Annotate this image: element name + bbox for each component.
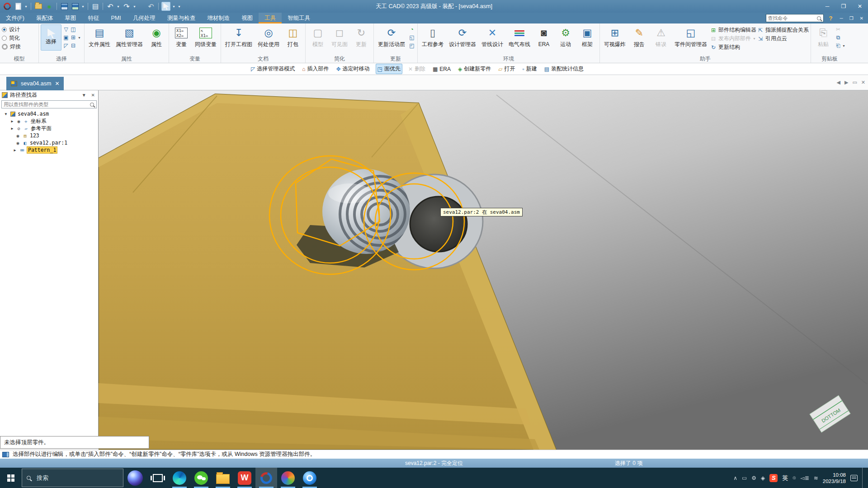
tab-scroll-right-icon[interactable]: ▶ <box>844 80 848 85</box>
taskbar-app-wps[interactable]: W <box>234 468 255 488</box>
menu-item-file[interactable]: 文件(F) <box>0 13 30 23</box>
assign-capture-mate-button[interactable]: ⇱ 指派捕捉配合关系 <box>757 26 809 34</box>
find-command-box[interactable] <box>766 14 824 22</box>
security-shield-icon[interactable]: ◈ <box>761 475 765 481</box>
undo-icon[interactable]: ↶ <box>106 2 115 11</box>
tab-close-icon[interactable]: ✕ <box>55 80 59 87</box>
move-on-select-button[interactable]: ✥ 选定时移动 <box>335 64 371 74</box>
taskbar-app-edge[interactable] <box>169 468 190 488</box>
help-icon[interactable]: ? <box>826 15 835 22</box>
undo-dropdown-icon[interactable]: ▼ <box>117 5 120 8</box>
menu-item-additive[interactable]: 增材制造 <box>201 13 236 23</box>
electrical-routing-button[interactable]: 电气布线 <box>506 24 533 47</box>
visible-eye-icon[interactable]: ◉ <box>15 141 20 145</box>
doc-minimize-icon[interactable]: ─ <box>838 16 845 21</box>
open-button[interactable]: ▱ 打开 <box>497 64 516 74</box>
taskbar-clock[interactable]: 10:08 2023/9/18 <box>823 472 846 484</box>
taskbar-app-cad[interactable] <box>255 468 277 488</box>
select-options-dropdown-icon[interactable]: ▼ <box>78 36 81 39</box>
pathfinder-search-box[interactable] <box>1 100 97 108</box>
menu-item-feature[interactable]: 特征 <box>82 13 105 23</box>
reference-point-cloud-button[interactable]: ⇲ 引用点云 <box>757 35 809 42</box>
motion-button[interactable]: ⚙ 运动 <box>555 24 576 47</box>
doc-restore-icon[interactable]: ❐ <box>848 16 855 21</box>
microphone-icon[interactable]: ⌾ <box>793 475 796 481</box>
tree-row-pattern[interactable]: ▶ ⊞⊞ Pattern_1 <box>0 146 98 154</box>
open-file-icon[interactable] <box>34 2 43 11</box>
pathfinder-close-icon[interactable]: ✕ <box>90 93 96 98</box>
speaker-icon[interactable]: ◅≣ <box>800 475 809 481</box>
update-option-2-icon[interactable]: ◱ <box>409 34 414 41</box>
tree-row-reference-planes[interactable]: ▶ ⊘ ▱ 参考平面 <box>0 125 98 132</box>
select-handle-icon[interactable]: ⊟ <box>71 42 75 49</box>
redo-icon[interactable]: ↷ <box>122 2 131 11</box>
taskbar-search-input[interactable] <box>37 474 104 481</box>
simplify-radio[interactable]: 简化 <box>2 34 20 42</box>
tree-row-sketch[interactable]: ◉ ▤ 123 <box>0 132 98 139</box>
widgets-button[interactable] <box>123 468 147 488</box>
close-icon[interactable]: ✕ <box>852 0 868 13</box>
tab-scroll-left-icon[interactable]: ◀ <box>836 80 840 85</box>
era-toolbar-button[interactable]: ▦ ERA <box>431 65 452 73</box>
menu-item-view[interactable]: 视图 <box>236 13 259 23</box>
tab-bar-close-icon[interactable]: ✕ <box>861 80 865 85</box>
tab-list-icon[interactable]: ▭ <box>852 80 857 85</box>
doc-close-icon[interactable]: ✕ <box>858 16 865 21</box>
visual-explode-button[interactable]: ⊞ 可视爆炸 <box>602 24 628 47</box>
expander-collapsed-icon[interactable]: ▶ <box>10 127 14 131</box>
select-manager-mode-button[interactable]: ◸ 选择管理器模式 <box>250 64 296 74</box>
link-icon[interactable]: ◉ <box>45 2 54 11</box>
tree-row-coordinate-system[interactable]: ▶ ◉ ✛ 坐标系 <box>0 117 98 125</box>
expander-collapsed-icon[interactable]: ▶ <box>13 148 17 152</box>
settings-tray-icon[interactable]: ⚙ <box>751 475 756 481</box>
select-filter-icon[interactable]: ▽ <box>64 26 68 33</box>
menu-item-pmi[interactable]: PMI <box>105 13 127 23</box>
taskbar-app-quark[interactable] <box>299 468 321 488</box>
select-tool-icon[interactable] <box>161 2 170 11</box>
minimize-icon[interactable]: ─ <box>819 0 835 13</box>
new-file-dropdown-icon[interactable]: ▼ <box>24 5 28 8</box>
save-dropdown-icon[interactable]: ▼ <box>81 5 85 8</box>
visible-eye-icon[interactable]: ◉ <box>16 119 21 124</box>
design-manager-button[interactable]: ⟳ 设计管理器 <box>447 24 478 47</box>
find-command-input[interactable] <box>766 15 817 21</box>
copy-icon[interactable]: ⧉ <box>836 34 840 41</box>
update-option-1-icon[interactable]: ◔ <box>410 26 413 33</box>
taskbar-app-explorer[interactable] <box>212 468 234 488</box>
select-component-icon[interactable]: ▣ <box>63 34 68 41</box>
sogou-input-icon[interactable]: S <box>769 474 778 482</box>
redo-dropdown-icon[interactable]: ▼ <box>133 5 137 8</box>
select-button[interactable]: 选择 <box>41 24 61 51</box>
select-mode-icon[interactable]: ⊞ <box>71 34 75 41</box>
3d-viewport[interactable]: DOTTOM seva12.par:2 在 seva04.asm <box>99 90 868 450</box>
paste-special-icon[interactable]: ⎗ <box>836 42 840 49</box>
face-priority-button[interactable]: ◳ 面优先 <box>376 64 402 74</box>
properties-window-icon[interactable]: ▤ <box>91 2 100 11</box>
menu-item-smart-tools[interactable]: 智能工具 <box>282 13 316 23</box>
taskbar-search-box[interactable] <box>22 469 123 487</box>
select-tool-dropdown-icon[interactable]: ▼ <box>172 5 176 8</box>
assembly-statistics-button[interactable]: ▤ 装配统计信息 <box>543 64 585 74</box>
document-tab[interactable]: seva04.asm ✕ <box>6 77 64 90</box>
display-tray-icon[interactable]: ▭ <box>742 475 747 481</box>
file-properties-button[interactable]: ▤ 文件属性 <box>86 24 113 47</box>
visible-eye-icon[interactable]: ◉ <box>15 133 20 138</box>
notification-center-icon[interactable] <box>850 475 858 481</box>
language-indicator[interactable]: 英 <box>782 474 788 482</box>
open-drawing-button[interactable]: ↧ 打开工程图 <box>223 24 255 47</box>
3d-viewport-canvas[interactable]: DOTTOM <box>99 90 868 450</box>
inter-part-manager-button[interactable]: ◱ 零件间管理器 <box>672 24 709 47</box>
pathfinder-search-input[interactable] <box>2 102 90 107</box>
where-used-button[interactable]: ◎ 何处使用 <box>255 24 282 47</box>
new-file-icon[interactable] <box>14 2 23 11</box>
engineering-reference-button[interactable]: ▯ 工程参考 <box>420 24 446 47</box>
select-box-icon[interactable]: ◫ <box>71 26 75 33</box>
menu-item-geometry[interactable]: 几何处理 <box>127 13 161 23</box>
properties-mv-button[interactable]: ◉ 属性 <box>146 24 167 47</box>
menu-item-sketch[interactable]: 草图 <box>59 13 82 23</box>
update-active-layer-button[interactable]: ⟳ 更新活动层 <box>376 24 407 47</box>
property-manager-button[interactable]: ▧ 属性管理器 <box>113 24 145 47</box>
maximize-icon[interactable]: ❐ <box>835 0 852 13</box>
menu-item-measure[interactable]: 测量与检查 <box>161 13 202 23</box>
menu-item-tools[interactable]: 工具 <box>259 13 282 23</box>
